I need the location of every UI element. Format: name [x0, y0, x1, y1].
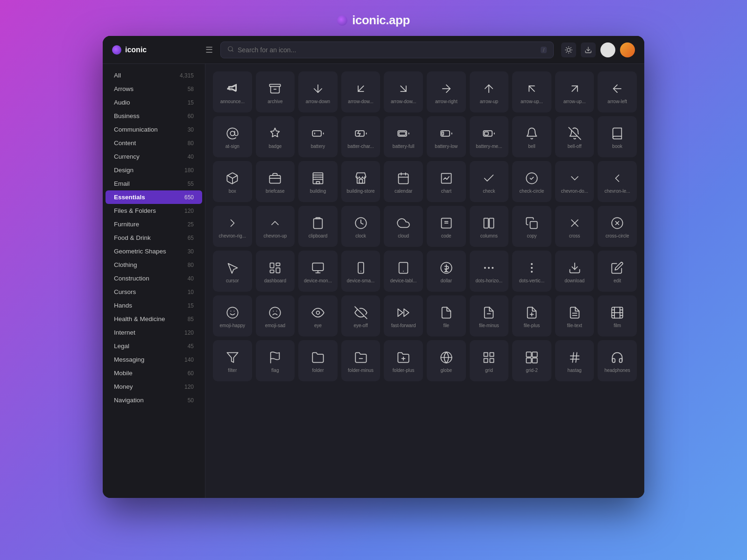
icon-cell-filter[interactable]: filter [213, 340, 252, 381]
icon-cell-device-tablet[interactable]: device-tabl... [384, 251, 423, 292]
icon-cell-building[interactable]: building [298, 161, 338, 202]
icon-cell-download[interactable]: download [555, 251, 594, 292]
icon-cell-eye-off[interactable]: eye-off [341, 295, 381, 336]
icon-cell-arrow-down[interactable]: arrow-down [298, 71, 338, 112]
sidebar-item-clothing[interactable]: Clothing80 [106, 258, 202, 272]
icon-cell-cloud[interactable]: cloud [384, 206, 423, 247]
icon-cell-check[interactable]: check [470, 161, 509, 202]
icon-cell-battery-low[interactable]: battery-low [427, 116, 466, 157]
icon-cell-copy[interactable]: copy [512, 206, 551, 247]
icon-cell-columns[interactable]: columns [470, 206, 509, 247]
sidebar-item-mobile[interactable]: Mobile60 [106, 366, 202, 380]
icon-cell-dots-vertical[interactable]: dots-vertic... [512, 251, 551, 292]
sidebar-item-food---drink[interactable]: Food & Drink65 [106, 231, 202, 245]
icon-cell-cursor[interactable]: cursor [213, 251, 252, 292]
icon-cell-folder-minus[interactable]: folder-minus [341, 340, 381, 381]
icon-cell-box[interactable]: box [213, 161, 252, 202]
sidebar-item-all[interactable]: All4,315 [106, 69, 202, 82]
icon-cell-flag[interactable]: flag [256, 340, 295, 381]
sidebar-item-messaging[interactable]: Messaging140 [106, 353, 202, 366]
icon-cell-bell-off[interactable]: bell-off [555, 116, 594, 157]
icon-cell-clock[interactable]: clock [341, 206, 381, 247]
icon-cell-device-monitor[interactable]: device-mon... [298, 251, 338, 292]
icon-cell-folder-plus[interactable]: folder-plus [384, 340, 423, 381]
user-avatar[interactable] [620, 42, 635, 57]
theme-toggle-button[interactable] [561, 42, 576, 57]
download-button[interactable] [581, 42, 596, 57]
hamburger-icon[interactable]: ☰ [205, 45, 213, 55]
icon-cell-building-store[interactable]: building-store [341, 161, 381, 202]
icon-cell-chevron-down[interactable]: chevron-do... [555, 161, 594, 202]
sidebar-item-email[interactable]: Email55 [106, 177, 202, 190]
icon-cell-clipboard[interactable]: clipboard [298, 206, 338, 247]
sidebar-item-arrows[interactable]: Arrows58 [106, 82, 202, 96]
icon-cell-arrow-up[interactable]: arrow-up [470, 71, 509, 112]
icon-cell-grid-2[interactable]: grid-2 [512, 340, 551, 381]
icon-cell-announce[interactable]: announce... [213, 71, 252, 112]
icon-cell-chevron-right[interactable]: chevron-rig... [213, 206, 252, 247]
icon-cell-book[interactable]: book [598, 116, 637, 157]
sidebar-item-files---folders[interactable]: Files & Folders120 [106, 204, 202, 217]
icon-cell-edit[interactable]: edit [598, 251, 637, 292]
icon-cell-hashtag[interactable]: hastag [555, 340, 594, 381]
icon-cell-battery[interactable]: battery [298, 116, 338, 157]
icon-cell-folder[interactable]: folder [298, 340, 338, 381]
icon-cell-badge[interactable]: badge [256, 116, 295, 157]
sidebar-item-money[interactable]: Money120 [106, 380, 202, 393]
icon-cell-battery-charging[interactable]: batter-char... [341, 116, 381, 157]
sidebar-item-cursors[interactable]: Cursors10 [106, 285, 202, 299]
icon-cell-chart[interactable]: chart [427, 161, 466, 202]
search-input[interactable] [238, 46, 537, 54]
icon-cell-device-smartphone[interactable]: device-sma... [341, 251, 381, 292]
icon-cell-battery-full[interactable]: battery-full [384, 116, 423, 157]
icon-cell-cross-circle[interactable]: cross-circle [598, 206, 637, 247]
icon-cell-emoji-sad[interactable]: emoji-sad [256, 295, 295, 336]
icon-cell-file-minus[interactable]: file-minus [470, 295, 509, 336]
sidebar-item-internet[interactable]: Internet120 [106, 326, 202, 339]
icon-cell-cross[interactable]: cross [555, 206, 594, 247]
sidebar-item-construction[interactable]: Construction40 [106, 272, 202, 285]
icon-cell-fast-forward[interactable]: fast-forward [384, 295, 423, 336]
icon-cell-archive[interactable]: archive [256, 71, 295, 112]
icon-cell-at-sign[interactable]: at-sign [213, 116, 252, 157]
icon-cell-dollar[interactable]: dollar [427, 251, 466, 292]
icon-cell-file[interactable]: file [427, 295, 466, 336]
sidebar-item-content[interactable]: Content80 [106, 136, 202, 150]
sidebar-item-design[interactable]: Design180 [106, 163, 202, 177]
sidebar-item-communication[interactable]: Communication30 [106, 123, 202, 136]
icon-cell-battery-medium[interactable]: battery-me... [470, 116, 509, 157]
icon-cell-eye[interactable]: eye [298, 295, 338, 336]
icon-cell-arrow-down-right[interactable]: arrow-dow... [384, 71, 423, 112]
icon-cell-dots-horizontal[interactable]: dots-horizo... [470, 251, 509, 292]
sidebar-item-furniture[interactable]: Furniture25 [106, 217, 202, 231]
icon-cell-arrow-right[interactable]: arrow-right [427, 71, 466, 112]
icon-cell-calendar[interactable]: calendar [384, 161, 423, 202]
sidebar-item-geometric-shapes[interactable]: Geometric Shapes30 [106, 245, 202, 258]
icon-cell-briefcase[interactable]: briefcase [256, 161, 295, 202]
icon-cell-bell[interactable]: bell [512, 116, 551, 157]
icon-cell-chevron-left[interactable]: chevron-le... [598, 161, 637, 202]
icon-cell-arrow-left[interactable]: arrow-left [598, 71, 637, 112]
sidebar-item-legal[interactable]: Legal45 [106, 339, 202, 353]
icon-cell-arrow-down-left[interactable]: arrow-dow... [341, 71, 381, 112]
sidebar-item-hands[interactable]: Hands15 [106, 299, 202, 312]
sidebar-item-currency[interactable]: Currency40 [106, 150, 202, 163]
icon-cell-grid[interactable]: grid [470, 340, 509, 381]
sidebar-item-essentials[interactable]: Essentials650 [106, 190, 202, 204]
icon-cell-file-text[interactable]: file-text [555, 295, 594, 336]
avatar-circle[interactable] [600, 42, 615, 57]
sidebar-item-health---medicine[interactable]: Health & Medicine85 [106, 312, 202, 326]
icon-cell-film[interactable]: film [598, 295, 637, 336]
icon-cell-globe[interactable]: globe [427, 340, 466, 381]
icon-cell-arrow-up-right[interactable]: arrow-up... [555, 71, 594, 112]
icon-cell-dashboard[interactable]: dashboard [256, 251, 295, 292]
icon-cell-headphones[interactable]: headphones [598, 340, 637, 381]
sidebar-item-audio[interactable]: Audio15 [106, 96, 202, 109]
search-bar[interactable]: / [220, 42, 554, 58]
icon-cell-chevron-up[interactable]: chevron-up [256, 206, 295, 247]
icon-cell-code[interactable]: code [427, 206, 466, 247]
icon-cell-emoji-happy[interactable]: emoji-happy [213, 295, 252, 336]
icon-cell-file-plus[interactable]: file-plus [512, 295, 551, 336]
icon-cell-arrow-up-left[interactable]: arrow-up... [512, 71, 551, 112]
icon-cell-check-circle[interactable]: check-circle [512, 161, 551, 202]
